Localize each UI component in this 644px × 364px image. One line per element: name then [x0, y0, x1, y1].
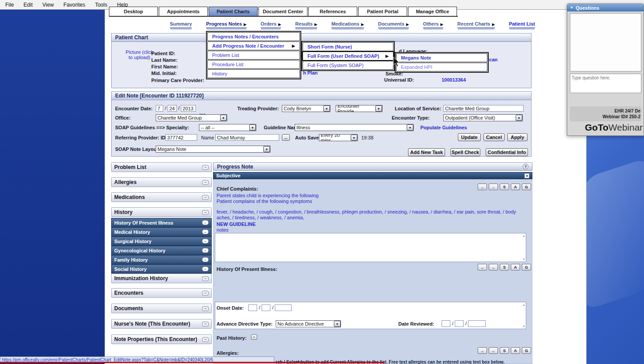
menu-view[interactable]: View	[42, 2, 54, 8]
chief-complaint-link-1[interactable]: Parent states child is experiencing the …	[217, 193, 318, 198]
tab-patient-portal[interactable]: Patient Portal	[358, 7, 407, 16]
section-toggle-icon[interactable]: ■	[524, 173, 529, 178]
menu-item-full-form-system-soap[interactable]: Full Form (System SOAP)	[303, 61, 393, 70]
dropdown-arrow-icon[interactable]: ▼	[407, 124, 413, 131]
dropdown-arrow-icon[interactable]: ▼	[351, 135, 357, 141]
sidebar-item-gynecological-history[interactable]: Gynecological History–	[111, 246, 212, 255]
expand-icon[interactable]: –	[202, 266, 209, 271]
collapse-icon[interactable]: ~	[202, 210, 209, 215]
referring-name-input[interactable]: Chad Murray	[215, 134, 279, 141]
tab-manage-office[interactable]: Manage Office	[408, 7, 457, 16]
search-template-button[interactable]: ..	[478, 347, 487, 354]
collapse-icon[interactable]: ~	[202, 306, 209, 311]
new-guideline-link[interactable]: NEW GUIDELINE	[217, 221, 256, 227]
help-icon[interactable]: ?	[523, 164, 528, 169]
advance-directive-select[interactable]: No Advance Directive▼	[276, 320, 341, 327]
date-reviewed-day-input[interactable]	[455, 320, 464, 327]
menu-item-procedure-list[interactable]: Procedure List	[207, 60, 300, 69]
subnav-orders[interactable]: Orders▶	[261, 21, 281, 28]
sidebar-item-social-history[interactable]: Social History–	[111, 264, 212, 274]
specialty-select[interactable]: -- all --▼	[199, 124, 256, 131]
questions-panel-header[interactable]: ▼ Questions	[567, 4, 644, 11]
g-template-button[interactable]: G	[522, 347, 531, 354]
encounter-provider-select[interactable]: Encounter Provide▼	[336, 105, 382, 112]
menu-item-short-form-nurse[interactable]: Short Form (Nurse)	[303, 42, 393, 51]
question-input[interactable]	[570, 74, 641, 93]
tab-appointments[interactable]: Appointments	[159, 7, 208, 16]
collapse-icon[interactable]: ~	[202, 165, 209, 170]
populate-guidelines-link[interactable]: Populate Guidelines	[420, 125, 467, 130]
date-reviewed-year-input[interactable]	[468, 320, 486, 327]
dropdown-arrow-icon[interactable]: ▼	[334, 321, 341, 327]
expand-icon[interactable]: –	[202, 239, 209, 244]
collapse-icon[interactable]: ~	[202, 195, 209, 200]
expand-icon[interactable]: –	[202, 257, 209, 262]
onset-day-input[interactable]	[262, 304, 270, 311]
tab-document-center[interactable]: Document Center	[258, 7, 307, 16]
sidebar-item-encounters[interactable]: Encounters~	[111, 288, 212, 298]
encounter-date-month-input[interactable]: 7	[156, 105, 163, 112]
dropdown-arrow-icon[interactable]: ▼	[516, 115, 522, 121]
menu-item-full-form-user-defined-soap[interactable]: Full Form (User Defined SOAP)▶	[303, 52, 393, 60]
spell-check-button[interactable]: Spell Check	[450, 148, 480, 156]
sidebar-item-problem-list[interactable]: Problem List~	[111, 162, 212, 172]
subnav-summary[interactable]: Summary	[170, 21, 192, 28]
a-template-button[interactable]: A	[511, 184, 520, 190]
onset-month-input[interactable]	[248, 304, 257, 311]
scroll-up-icon[interactable]: ▲	[522, 234, 525, 237]
location-of-service-input[interactable]: Charette Med Group	[443, 105, 524, 112]
menu-item-history[interactable]: History	[207, 69, 300, 78]
sidebar-item-documents[interactable]: Documents~	[111, 304, 212, 313]
encounter-date-year-input[interactable]: 2013	[181, 105, 196, 112]
s-template-button[interactable]: S	[500, 347, 509, 354]
dropdown-arrow-icon[interactable]: ▼	[263, 146, 270, 152]
subnav-medications[interactable]: Medications▶	[331, 21, 364, 28]
menu-favorites[interactable]: Favorites	[64, 2, 85, 8]
search-template-button[interactable]: ..	[478, 264, 487, 270]
tab-desktop[interactable]: Desktop	[109, 7, 158, 16]
collapse-icon[interactable]: ~	[202, 291, 209, 296]
scroll-down-icon[interactable]: ▼	[522, 258, 525, 261]
s-template-button[interactable]: S	[500, 264, 509, 270]
onset-year-input[interactable]	[275, 304, 292, 311]
collapse-icon[interactable]: ~	[202, 337, 209, 342]
add-new-task-button[interactable]: Add New Task	[408, 148, 445, 156]
dropdown-arrow-icon[interactable]: ▼	[375, 105, 382, 112]
sidebar-item-family-history[interactable]: Family History–	[111, 255, 212, 264]
subnav-patient-list[interactable]: Patient List	[509, 21, 535, 28]
tab-references[interactable]: References	[308, 7, 357, 16]
menu-tools[interactable]: Tools	[95, 2, 107, 8]
subjective-section-bar[interactable]: Subjective■	[213, 172, 532, 179]
subnav-others[interactable]: Others▶	[423, 21, 443, 28]
s-template-button[interactable]: S	[500, 184, 509, 190]
auto-save-select[interactable]: Every 20 mins▼	[319, 134, 358, 141]
update-button[interactable]: Update	[458, 133, 481, 141]
search-template-button[interactable]: ..	[489, 184, 498, 190]
scroll-up-icon[interactable]: ▲	[522, 303, 525, 306]
collapse-icon[interactable]: ~	[202, 180, 209, 185]
collapse-icon[interactable]: ~	[202, 322, 209, 326]
referring-provider-id-input[interactable]: 377742	[165, 134, 197, 141]
sidebar-item-medications[interactable]: Medications~	[111, 192, 212, 202]
office-select[interactable]: Charette Med Group▼	[156, 114, 227, 121]
apply-button[interactable]: Apply	[507, 133, 528, 141]
confidential-info-button[interactable]: Confidential Info	[486, 148, 528, 156]
sidebar-item-nurses-note[interactable]: Nurse's Note (This Encounter)~	[111, 319, 212, 329]
menu-edit[interactable]: Edit	[23, 2, 33, 8]
picture-upload-link[interactable]: Picture (click to upload)	[125, 49, 154, 60]
menu-item-megans-note[interactable]: Megans Note	[396, 53, 487, 62]
collapse-arrow-icon[interactable]: ▼	[570, 6, 573, 10]
sidebar-item-immunization-history[interactable]: Immunization History~	[111, 274, 212, 283]
sidebar-item-note-properties[interactable]: Note Properties (This Encounter)~	[111, 334, 212, 344]
expand-icon[interactable]: –	[202, 248, 209, 253]
a-template-button[interactable]: A	[511, 347, 520, 354]
subnav-progress-notes[interactable]: Progress Notes▶	[206, 21, 246, 28]
menu-item-problem-list[interactable]: Problem List	[207, 51, 300, 60]
sidebar-item-allergies[interactable]: Allergies~	[111, 177, 212, 187]
menu-file[interactable]: File	[5, 2, 14, 8]
menu-item-expanded-hpi[interactable]: Expanded HPI	[396, 63, 487, 71]
collapse-icon[interactable]: ~	[202, 276, 209, 281]
subnav-results[interactable]: Results▶	[295, 21, 317, 28]
date-reviewed-month-input[interactable]	[442, 320, 450, 327]
expand-icon[interactable]: –	[202, 229, 209, 234]
